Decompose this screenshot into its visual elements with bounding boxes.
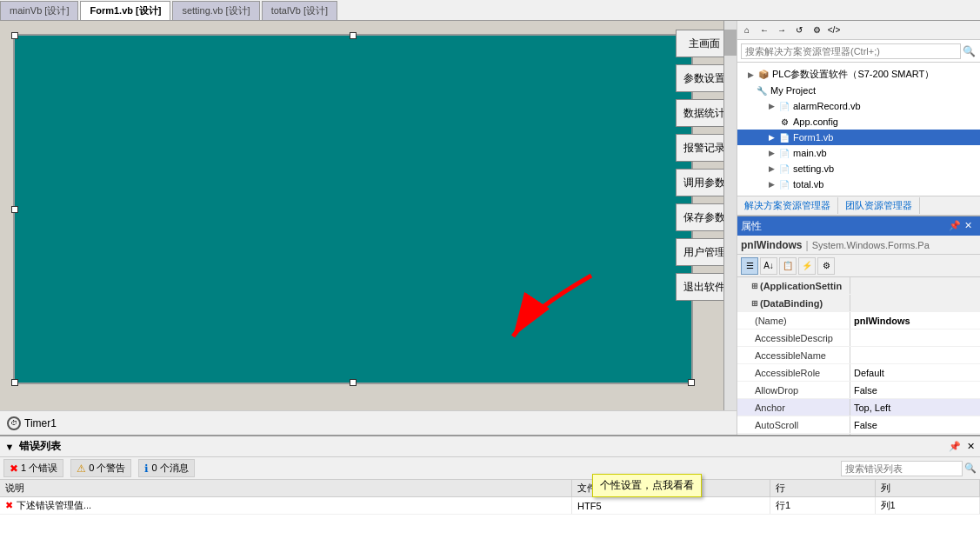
error-list-title: 错误列表 bbox=[19, 439, 61, 454]
total-expand-icon[interactable]: ▶ bbox=[765, 178, 777, 190]
search-icon: 🔍 bbox=[961, 43, 977, 59]
tree-alarmrecord[interactable]: ▶ 📄 alarmRecord.vb bbox=[737, 98, 980, 114]
error-data-row-1[interactable]: ✖ 下述错误管理值... HTF5 行1 列1 bbox=[0, 497, 980, 515]
properties-title: 属性 bbox=[741, 219, 762, 234]
props-name-autoscroll: AutoScroll bbox=[737, 416, 850, 433]
error-filter-errors[interactable]: ✖ 1 个错误 bbox=[3, 459, 63, 477]
props-btn-settings[interactable]: ⚙ bbox=[817, 257, 835, 275]
home-icon[interactable]: ⌂ bbox=[739, 23, 755, 38]
close-icon[interactable]: ✕ bbox=[964, 220, 977, 232]
props-btn-events[interactable]: ⚡ bbox=[798, 257, 816, 275]
error-header-right: 📌 ✕ bbox=[949, 441, 977, 453]
tab-mainvb[interactable]: mainVb [设计] bbox=[0, 1, 78, 20]
tab-solution-explorer[interactable]: 解决方案资源管理器 bbox=[737, 197, 838, 214]
forward-icon[interactable]: → bbox=[774, 23, 790, 38]
tree-project[interactable]: 🔧 My Project bbox=[737, 83, 980, 98]
error-close-icon[interactable]: ✕ bbox=[964, 441, 977, 453]
props-value-appsetting bbox=[850, 277, 980, 294]
error-table-header: 说明 文件 行 列 bbox=[0, 480, 980, 497]
main-expand-icon[interactable]: ▶ bbox=[765, 147, 777, 159]
props-value-allowdrop: False bbox=[850, 382, 980, 398]
total-label: total.vb bbox=[793, 179, 823, 190]
handle-tl[interactable] bbox=[11, 32, 18, 39]
props-name-allowdrop: AllowDrop bbox=[737, 382, 850, 398]
props-row-databinding: ⊞ (DataBinding) bbox=[737, 295, 980, 312]
props-btn-properties[interactable]: 📋 bbox=[779, 257, 797, 275]
setting-label: setting.vb bbox=[793, 163, 834, 174]
appsetting-expand-icon[interactable]: ⊞ bbox=[751, 282, 758, 290]
properties-header: 属性 📌 ✕ bbox=[737, 216, 980, 236]
solution-search-input[interactable] bbox=[741, 43, 961, 59]
props-row-accessiblename: AccessibleName bbox=[737, 347, 980, 364]
props-name-accessibledesc: AccessibleDescrip bbox=[737, 329, 850, 346]
alarm-expand-icon[interactable]: ▶ bbox=[765, 100, 777, 112]
project-label: My Project bbox=[770, 85, 816, 96]
config-file-icon: ⚙ bbox=[777, 116, 791, 128]
handle-br[interactable] bbox=[688, 379, 695, 386]
info-icon: ℹ bbox=[144, 462, 149, 475]
tab-team-explorer[interactable]: 团队资源管理器 bbox=[838, 197, 920, 214]
handle-tc[interactable] bbox=[350, 32, 357, 39]
design-canvas[interactable] bbox=[13, 34, 693, 384]
handle-bl[interactable] bbox=[11, 379, 18, 386]
code-icon[interactable]: </> bbox=[826, 23, 842, 38]
properties-header-icons: 📌 ✕ bbox=[949, 220, 977, 232]
design-area: 主画面 参数设置 数据统计 报警记录 调用参数 保存参数 用户管理 退出软件 bbox=[0, 21, 737, 435]
form1-expand-icon[interactable]: ▶ bbox=[765, 131, 777, 143]
scrollbar-thumb[interactable] bbox=[724, 30, 737, 56]
tab-settingvb[interactable]: setting.vb [设计] bbox=[172, 1, 259, 20]
config-label: App.config bbox=[793, 116, 838, 127]
back-icon[interactable]: ← bbox=[757, 23, 772, 38]
error-table: 说明 文件 行 列 ✖ 下述错误管理值... HTF5 行1 列1 bbox=[0, 480, 980, 539]
error-search-input[interactable] bbox=[841, 461, 963, 476]
props-value-name: pnlWindows bbox=[850, 312, 980, 329]
right-panel: ⌂ ← → ↺ ⚙ </> 🔍 ▶ 📦 PLC参数设置软件（S7-200 S bbox=[737, 21, 980, 435]
setting-file-icon: 📄 bbox=[777, 163, 791, 175]
tree-totalvb[interactable]: ▶ 📄 total.vb bbox=[737, 176, 980, 192]
error-filter-warnings[interactable]: ⚠ 0 个警告 bbox=[70, 459, 131, 477]
pin-icon[interactable]: 📌 bbox=[949, 220, 961, 232]
props-row-appsetting: ⊞ (ApplicationSettin bbox=[737, 277, 980, 295]
error-cell-file: HTF5 bbox=[572, 497, 770, 514]
solution-search-bar: 🔍 bbox=[737, 40, 980, 63]
root-file-icon: 📦 bbox=[757, 69, 770, 81]
tree-appconfig[interactable]: ▶ ⚙ App.config bbox=[737, 114, 980, 130]
warning-count: 0 个警告 bbox=[89, 462, 125, 475]
properties-object-name: pnlWindows bbox=[741, 239, 803, 251]
tree-root[interactable]: ▶ 📦 PLC参数设置软件（S7-200 SMART） bbox=[737, 66, 980, 83]
tab-form1vb[interactable]: Form1.vb [设计] bbox=[80, 1, 170, 20]
props-name-appsetting: ⊞ (ApplicationSettin bbox=[737, 277, 850, 294]
props-btn-alphabetical[interactable]: A↓ bbox=[760, 257, 777, 275]
error-rows: ✖ 下述错误管理值... HTF5 行1 列1 bbox=[0, 497, 980, 515]
main-file-icon: 📄 bbox=[777, 147, 791, 159]
timer-label: Timer1 bbox=[24, 417, 57, 429]
root-expand-icon[interactable]: ▶ bbox=[744, 69, 757, 81]
properties-toolbar: ☰ A↓ 📋 ⚡ ⚙ bbox=[737, 255, 980, 277]
error-pin-icon[interactable]: 📌 bbox=[949, 441, 961, 453]
tree-settingvb[interactable]: ▶ 📄 setting.vb bbox=[737, 161, 980, 176]
main-label: main.vb bbox=[793, 148, 827, 158]
error-count: 1 个错误 bbox=[21, 462, 57, 475]
props-row-allowdrop: AllowDrop False bbox=[737, 382, 980, 399]
tooltip-popup[interactable]: 个性设置，点我看看 bbox=[592, 474, 702, 497]
solution-bottom-tabs: 解决方案资源管理器 团队资源管理器 bbox=[737, 196, 980, 215]
error-header: ▼ 错误列表 📌 ✕ bbox=[0, 436, 980, 457]
settings-icon[interactable]: ⚙ bbox=[809, 23, 824, 38]
refresh-icon[interactable]: ↺ bbox=[791, 23, 807, 38]
canvas-wrapper: 主画面 参数设置 数据统计 报警记录 调用参数 保存参数 用户管理 退出软件 bbox=[0, 21, 737, 410]
tab-totalvb[interactable]: totalVb [设计] bbox=[262, 1, 337, 20]
setting-expand-icon[interactable]: ▶ bbox=[765, 163, 777, 175]
tree-mainvb[interactable]: ▶ 📄 main.vb bbox=[737, 145, 980, 161]
total-file-icon: 📄 bbox=[777, 178, 791, 190]
timer-icon: ⏱ bbox=[7, 416, 21, 430]
error-collapse-icon[interactable]: ▼ bbox=[3, 441, 16, 453]
tree-form1vb[interactable]: ▶ 📄 Form1.vb bbox=[737, 130, 980, 145]
props-row-anchor[interactable]: Anchor Top, Left bbox=[737, 399, 980, 416]
props-btn-categorized[interactable]: ☰ bbox=[741, 257, 758, 275]
error-filter-messages[interactable]: ℹ 0 个消息 bbox=[138, 459, 194, 477]
handle-ml[interactable] bbox=[11, 206, 18, 213]
handle-bc[interactable] bbox=[350, 379, 357, 386]
vertical-scrollbar[interactable] bbox=[723, 21, 737, 410]
databinding-expand-icon[interactable]: ⊞ bbox=[751, 299, 758, 308]
error-search-bar: 🔍 bbox=[841, 461, 977, 476]
